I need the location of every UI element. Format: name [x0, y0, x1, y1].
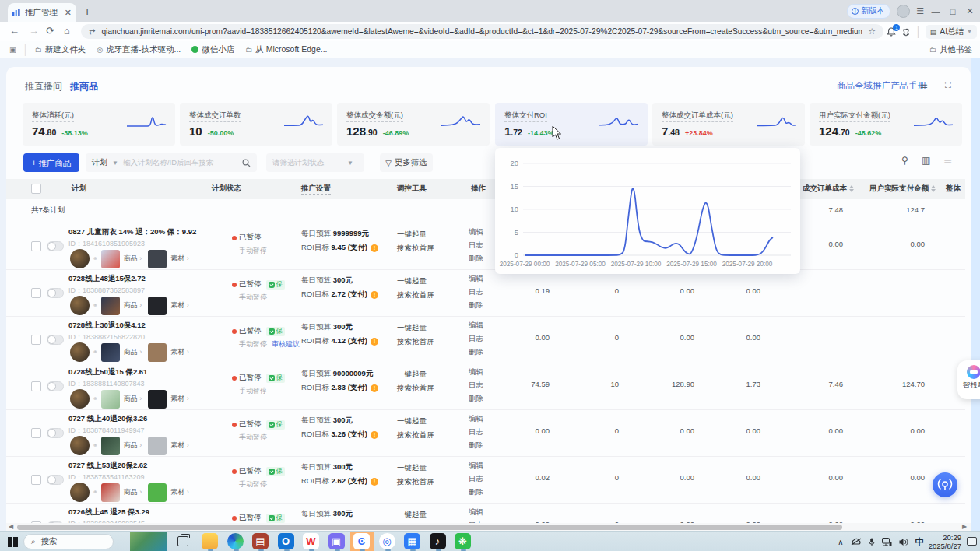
fullscreen-icon[interactable]: ⛶ — [945, 80, 951, 90]
action-link[interactable]: 编辑 — [469, 414, 483, 424]
tool-boost[interactable]: 一键起量 — [397, 510, 427, 520]
plan-title[interactable]: 0726线上45 退25 保3.29 — [68, 507, 149, 518]
bookmark-item[interactable]: ◎虎牙直播-技术驱动... — [97, 44, 181, 55]
material-link[interactable]: 素材 › — [170, 254, 189, 264]
tool-search[interactable]: 搜索抢首屏 — [397, 337, 434, 347]
material-thumbnail[interactable] — [148, 297, 167, 315]
row-toggle[interactable] — [47, 428, 64, 438]
assistant-widget[interactable]: 智投星 — [957, 360, 980, 399]
help-button[interactable] — [933, 472, 957, 497]
action-link[interactable]: 日志 — [469, 240, 483, 251]
tool-search[interactable]: 搜索抢首屏 — [397, 244, 434, 254]
row-checkbox[interactable] — [31, 288, 41, 298]
start-button[interactable] — [8, 537, 18, 547]
info-icon[interactable]: ! — [371, 244, 378, 252]
column-header[interactable]: 计划 — [72, 184, 86, 194]
column-header[interactable]: 推广设置 — [301, 184, 331, 195]
tray-expand-icon[interactable]: ∧ — [838, 538, 843, 546]
column-header[interactable]: 操作 — [471, 184, 486, 194]
ai-summary-button[interactable]: ▤AI总结▼ — [926, 25, 977, 39]
taskbar-app-qianchuan-active[interactable]: Ͼ — [350, 532, 374, 551]
taskbar-app-store-red[interactable]: ▤ — [249, 532, 272, 551]
info-icon[interactable]: ! — [371, 478, 378, 486]
action-link[interactable]: 删除 — [469, 394, 483, 404]
action-link[interactable]: 编辑 — [469, 367, 483, 377]
material-link[interactable]: 素材 › — [170, 347, 189, 357]
tab-close-icon[interactable]: ✕ — [65, 8, 72, 18]
material-link[interactable]: 素材 › — [170, 394, 189, 404]
search-combo[interactable]: 计划 ▼ 输入计划名称/ID后回车搜索 — [86, 153, 257, 172]
bookmark-star-icon[interactable]: ☆ — [868, 26, 876, 37]
action-link[interactable]: 删除 — [469, 300, 483, 311]
notification-center-icon[interactable] — [967, 537, 977, 546]
select-all-checkbox[interactable] — [31, 184, 41, 194]
new-tab-icon[interactable]: + — [84, 5, 90, 18]
tool-boost[interactable]: 一键起量 — [397, 276, 427, 286]
info-icon[interactable]: ! — [371, 384, 378, 392]
product-link[interactable]: 商品 › — [124, 300, 142, 311]
taskbar-clock[interactable]: 20:29 2025/8/27 — [929, 533, 961, 550]
material-link[interactable]: 素材 › — [170, 300, 189, 311]
scrollbar-thumb[interactable] — [17, 525, 842, 530]
stat-card[interactable]: 整体支付ROI1.72-14.43% — [495, 103, 648, 146]
back-icon[interactable]: ← — [9, 25, 19, 37]
taskbar-app-douyin[interactable]: ♪ — [427, 532, 450, 551]
action-link[interactable]: 编辑 — [469, 227, 483, 237]
tab-product[interactable]: 推商品 — [70, 80, 98, 93]
taskbar-app-file-explorer[interactable] — [198, 532, 222, 551]
tool-search[interactable]: 搜索抢首屏 — [397, 477, 434, 487]
tool-boost[interactable]: 一键起量 — [397, 463, 427, 473]
column-header-sortable[interactable]: 用户实际支付金额 — [869, 184, 936, 194]
action-link[interactable]: 日志 — [469, 427, 483, 437]
plan-title[interactable]: 0728线上48退15保2.72 — [68, 274, 146, 284]
taskbar-app-blue-app[interactable]: ▦ — [401, 532, 424, 551]
action-link[interactable]: 日志 — [469, 381, 483, 391]
action-link[interactable]: 删除 — [469, 347, 483, 357]
row-toggle[interactable] — [47, 241, 64, 251]
bookmark-item[interactable]: 🗀新建文件夹 — [35, 44, 86, 55]
column-header[interactable]: 计划状态 — [212, 184, 241, 194]
url-bar[interactable]: ⇄ qianchuan.jinritemai.com/uni-prom?aavi… — [81, 24, 883, 39]
material-thumbnail[interactable] — [148, 437, 167, 455]
tool-search[interactable]: 搜索抢首屏 — [397, 290, 434, 300]
tab-live-room[interactable]: 推直播间 — [25, 80, 62, 93]
add-product-button[interactable]: + 推广商品 — [23, 153, 79, 172]
info-icon[interactable]: ! — [371, 338, 378, 346]
tool-boost[interactable]: 一键起量 — [397, 323, 427, 333]
plan-title[interactable]: 0728线上30退10保4.12 — [68, 321, 146, 331]
material-thumbnail[interactable] — [148, 483, 167, 502]
version-badge[interactable]: !新版本 — [847, 4, 890, 19]
product-thumbnail[interactable] — [101, 390, 120, 409]
sort-icon[interactable] — [849, 185, 854, 192]
tool-search[interactable]: 搜索抢首屏 — [397, 384, 434, 394]
vertical-scrollbar[interactable] — [971, 58, 980, 531]
plan-title[interactable]: 0728线上50退15 保2.61 — [68, 367, 147, 377]
action-link[interactable]: 删除 — [469, 487, 483, 497]
column-header-sortable[interactable]: 成交订单成本 — [803, 184, 854, 194]
taskbar-app-browser-ring[interactable]: ◎ — [376, 532, 399, 551]
row-checkbox[interactable] — [31, 428, 41, 438]
action-link[interactable]: 编辑 — [469, 321, 483, 331]
product-thumbnail[interactable] — [101, 483, 120, 502]
reload-icon[interactable]: ⟳ — [46, 25, 54, 37]
taskbar-app-purple-app[interactable]: ▣ — [325, 532, 349, 551]
tool-boost[interactable]: 一键起量 — [397, 416, 427, 426]
stat-card[interactable]: 整体消耗(元)74.80-38.13% — [23, 103, 175, 146]
stat-card[interactable]: 用户实际支付金额(元)124.70-48.62% — [810, 103, 962, 146]
manual-link[interactable]: 商品全域推广产品手册 — [837, 80, 926, 92]
action-link[interactable]: 日志 — [469, 334, 483, 344]
extensions-icon[interactable] — [901, 27, 911, 37]
plan-title[interactable]: 0727 线上40退20保3.26 — [68, 414, 147, 424]
notification-bell-icon[interactable]: 1 — [887, 27, 896, 37]
taskbar-app-wps[interactable]: W — [300, 532, 323, 551]
network-icon[interactable] — [882, 538, 892, 546]
row-checkbox[interactable] — [31, 381, 41, 391]
product-link[interactable]: 商品 › — [124, 487, 142, 497]
reading-list-icon[interactable]: ▣ — [9, 46, 16, 54]
search-input[interactable]: 输入计划名称/ID后回车搜索 — [123, 158, 242, 168]
product-link[interactable]: 商品 › — [124, 394, 142, 404]
task-view-icon[interactable] — [177, 536, 188, 546]
site-settings-icon[interactable]: ⇄ — [89, 27, 95, 36]
tool-boost[interactable]: 一键起量 — [397, 230, 427, 240]
taskbar-search[interactable]: ⌕ 搜索 — [23, 534, 114, 549]
